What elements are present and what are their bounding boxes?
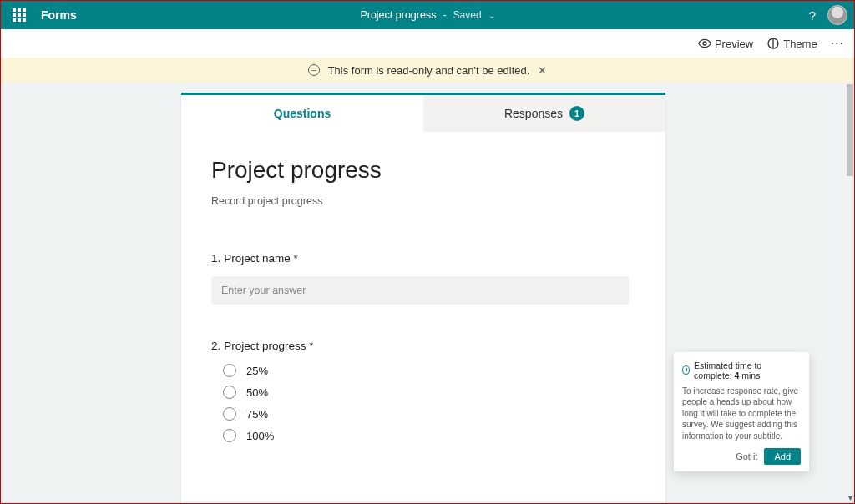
close-icon[interactable]: ✕	[538, 64, 547, 77]
form-card: Questions Responses 1 Project progress R…	[181, 93, 665, 503]
eye-icon	[698, 37, 711, 50]
question-2: 2.Project progress * 25% 50% 75% 100%	[211, 340, 635, 442]
scroll-down-icon[interactable]: ▾	[846, 491, 854, 503]
app-name: Forms	[41, 8, 77, 22]
theme-button[interactable]: Theme	[766, 37, 817, 50]
tab-questions[interactable]: Questions	[181, 95, 423, 132]
question-1: 1.Project name *	[211, 252, 635, 305]
readonly-icon: –	[308, 64, 320, 76]
add-button[interactable]: Add	[764, 448, 801, 465]
radio-icon	[223, 407, 236, 421]
doc-title-group: Project progress - Saved ⌄	[360, 9, 494, 21]
app-launcher-icon[interactable]	[13, 8, 26, 22]
theme-icon	[766, 37, 780, 50]
got-it-button[interactable]: Got it	[736, 451, 757, 461]
tab-responses[interactable]: Responses 1	[423, 95, 665, 132]
more-icon[interactable]: ···	[831, 36, 844, 51]
preview-button[interactable]: Preview	[698, 37, 753, 50]
radio-icon	[223, 386, 236, 399]
tip-body: To increase response rate, give people a…	[682, 386, 801, 442]
project-name-input[interactable]	[211, 276, 629, 305]
form-title: Project progress	[211, 157, 635, 184]
radio-icon	[223, 364, 236, 377]
tip-heading: Estimated time to complete: 4 mins	[682, 360, 801, 381]
scrollbar[interactable]: ▾	[846, 83, 854, 503]
form-description: Record project progress	[211, 195, 635, 207]
doc-title[interactable]: Project progress	[360, 9, 436, 21]
clock-icon	[682, 365, 690, 375]
option-75[interactable]: 75%	[223, 407, 635, 421]
tab-bar: Questions Responses 1	[181, 95, 665, 132]
chevron-down-icon[interactable]: ⌄	[488, 11, 495, 20]
question-1-label: 1.Project name *	[211, 252, 635, 265]
info-banner: – This form is read-only and can't be ed…	[1, 58, 854, 83]
theme-label: Theme	[783, 38, 817, 50]
toolbar: Preview Theme ···	[1, 29, 854, 58]
save-status: Saved	[453, 9, 482, 21]
svg-point-0	[703, 42, 706, 45]
responses-badge: 1	[569, 106, 584, 121]
question-2-label: 2.Project progress *	[211, 340, 635, 352]
preview-label: Preview	[715, 38, 753, 50]
option-50[interactable]: 50%	[223, 386, 635, 399]
option-100[interactable]: 100%	[223, 429, 635, 442]
option-25[interactable]: 25%	[223, 364, 635, 377]
app-header: Forms Project progress - Saved ⌄ ?	[1, 1, 854, 29]
banner-text: This form is read-only and can't be edit…	[328, 64, 530, 77]
estimate-tip: Estimated time to complete: 4 mins To in…	[674, 352, 809, 472]
scroll-thumb[interactable]	[847, 84, 853, 176]
help-icon[interactable]: ?	[809, 8, 816, 23]
radio-icon	[223, 429, 236, 442]
doc-separator: -	[443, 9, 446, 21]
avatar[interactable]	[827, 5, 847, 25]
